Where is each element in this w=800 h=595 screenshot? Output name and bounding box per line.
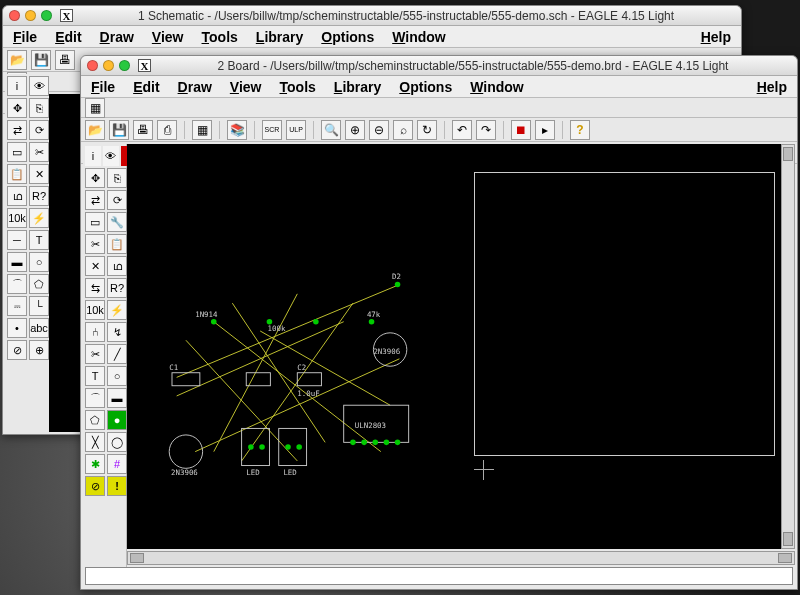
ulp-button[interactable]: ULP <box>286 120 306 140</box>
tool-arc[interactable]: ⌒ <box>7 274 27 294</box>
board-canvas[interactable]: 1N914 D2 C1 C2 1.0uF 100k 47k 2N3906 2N3… <box>127 144 795 549</box>
tool-junction[interactable]: • <box>7 318 27 338</box>
tool-auto[interactable]: # <box>107 454 127 474</box>
stop-button[interactable]: ⏹ <box>511 120 531 140</box>
scroll-down-icon[interactable] <box>783 532 793 546</box>
script-button[interactable]: SCR <box>262 120 282 140</box>
menu-library[interactable]: Library <box>334 79 381 95</box>
tool-rect[interactable]: ▬ <box>107 388 127 408</box>
redraw-button[interactable]: ↻ <box>417 120 437 140</box>
zoom-in-button[interactable]: ⊕ <box>345 120 365 140</box>
tool-net[interactable]: └ <box>29 296 49 316</box>
tool-arc[interactable]: ⌒ <box>85 388 105 408</box>
tool-add[interactable]: ഥ <box>107 256 127 276</box>
tool-info[interactable]: i <box>85 146 101 166</box>
tool-cut[interactable]: ✂ <box>29 142 49 162</box>
print-button[interactable]: 🖶 <box>133 120 153 140</box>
tool-drc[interactable]: ⊘ <box>85 476 105 496</box>
zoom-select-button[interactable]: ⌕ <box>393 120 413 140</box>
library-button[interactable]: 📚 <box>227 120 247 140</box>
open-button[interactable]: 📂 <box>85 120 105 140</box>
close-icon[interactable] <box>87 60 98 71</box>
zoom-fit-button[interactable]: 🔍 <box>321 120 341 140</box>
tool-wire[interactable]: ╱ <box>107 344 127 364</box>
scroll-left-icon[interactable] <box>130 553 144 563</box>
tool-via[interactable]: ● <box>107 410 127 430</box>
zoom-out-button[interactable]: ⊖ <box>369 120 389 140</box>
grid-icon[interactable]: ▦ <box>85 98 105 118</box>
close-icon[interactable] <box>9 10 20 21</box>
menu-tools[interactable]: Tools <box>202 29 238 45</box>
tool-ratsnest[interactable]: ✱ <box>85 454 105 474</box>
menu-edit[interactable]: Edit <box>133 79 159 95</box>
menu-draw[interactable]: Draw <box>100 29 134 45</box>
menu-file[interactable]: File <box>91 79 115 95</box>
tool-rect[interactable]: ▬ <box>7 252 27 272</box>
go-button[interactable]: ▸ <box>535 120 555 140</box>
tool-name[interactable]: R? <box>29 186 49 206</box>
menu-window[interactable]: Window <box>392 29 446 45</box>
tool-add[interactable]: ഥ <box>7 186 27 206</box>
minimize-icon[interactable] <box>103 60 114 71</box>
menu-window[interactable]: Window <box>470 79 524 95</box>
menu-help[interactable]: Help <box>757 79 787 95</box>
schematic-switch-button[interactable]: ▦ <box>192 120 212 140</box>
tool-poly[interactable]: ⬠ <box>29 274 49 294</box>
tool-move[interactable]: ✥ <box>85 168 105 188</box>
tool-hole[interactable]: ◯ <box>107 432 127 452</box>
redo-button[interactable]: ↷ <box>476 120 496 140</box>
tool-show[interactable]: 👁 <box>29 76 49 96</box>
tool-delete[interactable]: ✕ <box>85 256 105 276</box>
titlebar[interactable]: X 2 Board - /Users/billw/tmp/scheminstru… <box>81 56 797 76</box>
tool-ripup[interactable]: ✂ <box>85 344 105 364</box>
tool-cut[interactable]: ✂ <box>85 234 105 254</box>
tool-group[interactable]: ▭ <box>85 212 105 232</box>
tool-errors[interactable]: ! <box>107 476 127 496</box>
tool-circle[interactable]: ○ <box>107 366 127 386</box>
tool-group[interactable]: ▭ <box>7 142 27 162</box>
save-button[interactable]: 💾 <box>31 50 51 70</box>
menu-edit[interactable]: Edit <box>55 29 81 45</box>
tool-mirror[interactable]: ⇄ <box>7 120 27 140</box>
tool-paste[interactable]: 📋 <box>7 164 27 184</box>
menu-options[interactable]: Options <box>399 79 452 95</box>
tool-erc[interactable]: ⊘ <box>7 340 27 360</box>
minimize-icon[interactable] <box>25 10 36 21</box>
tool-value[interactable]: 10k <box>85 300 105 320</box>
print-button[interactable]: 🖶 <box>55 50 75 70</box>
tool-copy[interactable]: ⎘ <box>29 98 49 118</box>
tool-info[interactable]: i <box>7 76 27 96</box>
menu-options[interactable]: Options <box>321 29 374 45</box>
open-button[interactable]: 📂 <box>7 50 27 70</box>
titlebar[interactable]: X 1 Schematic - /Users/billw/tmp/schemin… <box>3 6 741 26</box>
tool-move[interactable]: ✥ <box>7 98 27 118</box>
cam-button[interactable]: ⎙ <box>157 120 177 140</box>
tool-name[interactable]: R? <box>107 278 127 298</box>
undo-button[interactable]: ↶ <box>452 120 472 140</box>
tool-text[interactable]: T <box>29 230 49 250</box>
save-button[interactable]: 💾 <box>109 120 129 140</box>
tool-text[interactable]: T <box>85 366 105 386</box>
tool-smash[interactable]: ⚡ <box>107 300 127 320</box>
menu-view[interactable]: View <box>152 29 184 45</box>
tool-signal[interactable]: ╳ <box>85 432 105 452</box>
tool-mirror[interactable]: ⇄ <box>85 190 105 210</box>
tool-wire[interactable]: ─ <box>7 230 27 250</box>
tool-mark[interactable]: ⊕ <box>29 340 49 360</box>
scroll-up-icon[interactable] <box>783 147 793 161</box>
tool-bus[interactable]: ⎓ <box>7 296 27 316</box>
menu-file[interactable]: File <box>13 29 37 45</box>
zoom-icon[interactable] <box>119 60 130 71</box>
tool-copy[interactable]: ⎘ <box>107 168 127 188</box>
tool-delete[interactable]: ✕ <box>29 164 49 184</box>
tool-label[interactable]: abc <box>29 318 49 338</box>
tool-circle[interactable]: ○ <box>29 252 49 272</box>
tool-show[interactable]: 👁 <box>103 146 119 166</box>
zoom-icon[interactable] <box>41 10 52 21</box>
tool-smash[interactable]: ⚡ <box>29 208 49 228</box>
menu-tools[interactable]: Tools <box>280 79 316 95</box>
tool-replace[interactable]: ⇆ <box>85 278 105 298</box>
horizontal-scrollbar[interactable] <box>127 551 795 565</box>
help-button[interactable]: ? <box>570 120 590 140</box>
tool-rotate[interactable]: ⟳ <box>107 190 127 210</box>
